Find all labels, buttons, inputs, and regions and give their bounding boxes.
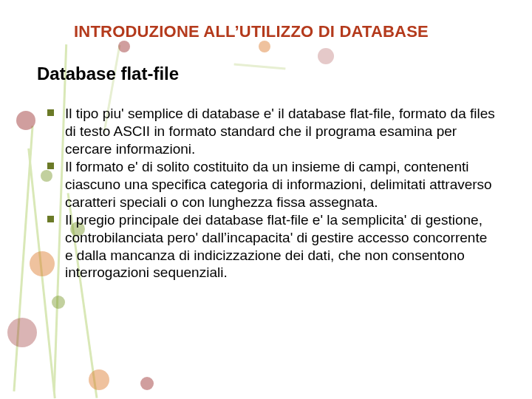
slide-title: INTRODUZIONE ALL’UTILIZZO DI DATABASE	[74, 22, 502, 41]
bullet-item: Il formato e' di solito costituito da un…	[65, 158, 495, 211]
bullet-list: Il tipo piu' semplice di database e' il …	[37, 105, 502, 282]
bullet-item: Il pregio principale dei database flat-f…	[65, 211, 495, 282]
slide-subtitle: Database flat-file	[37, 64, 502, 84]
slide: INTRODUZIONE ALL’UTILIZZO DI DATABASE Da…	[0, 0, 532, 399]
bullet-item: Il tipo piu' semplice di database e' il …	[65, 105, 495, 158]
